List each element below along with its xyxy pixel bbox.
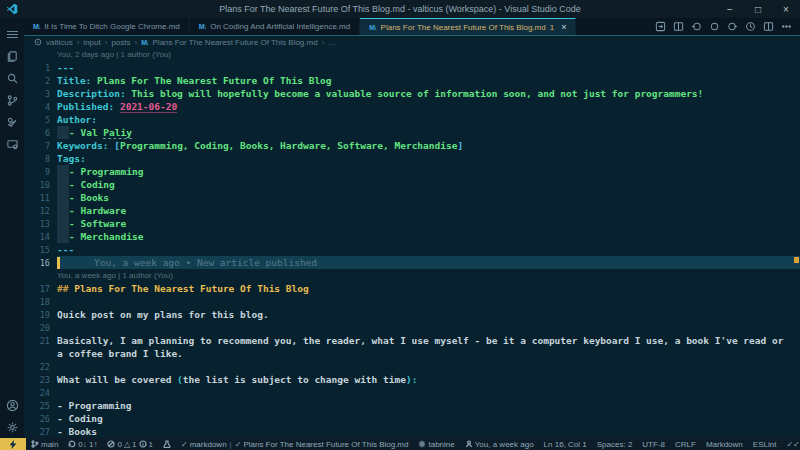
line-content[interactable] <box>57 386 800 399</box>
line-number: 5 <box>24 115 50 125</box>
line-content[interactable]: - Programming <box>57 399 800 412</box>
line-content[interactable]: Basically, I am planning to recommend yo… <box>57 334 800 347</box>
tab-close-icon[interactable]: × <box>561 22 566 32</box>
breadcrumb: valticus › input › posts › M↓ Plans For … <box>24 36 800 48</box>
line-content[interactable]: Keywords: [Programming, Coding, Books, H… <box>57 139 800 152</box>
more-actions-icon[interactable] <box>781 21 792 32</box>
line-content[interactable]: ## Plans For The Nearest Future Of This … <box>57 282 800 295</box>
search-icon[interactable] <box>2 67 22 89</box>
line-content[interactable]: Tags: <box>57 152 800 165</box>
line-content[interactable] <box>57 321 800 334</box>
beaker-icon-status[interactable] <box>158 438 176 450</box>
chevron-right-icon: › <box>135 38 138 47</box>
open-preview-icon[interactable] <box>673 21 684 32</box>
line-content[interactable]: --- <box>57 243 800 256</box>
code-token: This blog will hopefully become a valuab… <box>126 88 704 99</box>
editor-actions <box>655 18 800 35</box>
line-number: 23 <box>24 375 50 385</box>
tab-on-coding-and-artificial-intelligence[interactable]: M↓ On Coding And Artificial Intelligence… <box>190 18 360 35</box>
remote-indicator[interactable] <box>0 438 26 450</box>
indentation-status[interactable]: Spaces: 2 <box>592 438 638 450</box>
line-content[interactable]: - Books <box>57 191 800 204</box>
git-sync-status[interactable]: 0↓ 1↑ <box>63 438 102 450</box>
breadcrumb-item-folder[interactable]: posts <box>111 38 130 47</box>
account-icon[interactable] <box>2 394 22 416</box>
maximize-button[interactable]: □ <box>744 0 772 18</box>
codelens-annotation[interactable]: You, 2 days ago | 1 author (You) <box>24 48 800 61</box>
previous-change-icon[interactable] <box>691 21 702 32</box>
line-content[interactable]: - Merchandise <box>57 230 800 243</box>
eol-status[interactable]: CRLF <box>670 438 701 450</box>
split-editor-icon[interactable] <box>763 21 774 32</box>
line-content[interactable]: --- <box>57 61 800 74</box>
line-number: 2 <box>24 76 50 86</box>
minimize-button[interactable]: − <box>716 0 744 18</box>
problems-status[interactable]: 0 △ 1 1 <box>102 438 158 450</box>
settings-gear-icon[interactable] <box>2 416 22 438</box>
sync-icon <box>68 440 76 448</box>
line-content[interactable]: - Val Paliy <box>57 126 800 139</box>
tab-bar: M↓ It Is Time To Ditch Google Chrome.md … <box>24 18 800 36</box>
cursor-position-status[interactable]: Ln 16, Col 1 <box>539 438 592 450</box>
line-content[interactable] <box>57 360 800 373</box>
code-token: a coffee brand I like. <box>57 348 183 359</box>
encoding-status[interactable]: UTF-8 <box>637 438 670 450</box>
language-mode-status[interactable]: Markdown <box>701 438 748 450</box>
line-content[interactable]: - Software <box>57 217 800 230</box>
menu-icon[interactable] <box>2 23 22 45</box>
breadcrumb-item-symbol[interactable]: … <box>328 38 336 47</box>
code-token: - Programming <box>57 400 131 411</box>
code-token: ## <box>57 283 74 294</box>
source-control-icon[interactable] <box>2 89 22 111</box>
editor-pane[interactable]: You, 2 days ago | 1 author (You)1---2Tit… <box>24 48 800 438</box>
markdownlint-status[interactable]: ✓ markdown | ✓ Plans For The Nearest Fut… <box>176 438 414 450</box>
code-token: Author: <box>57 114 97 125</box>
breadcrumb-item-file[interactable]: Plans For The Nearest Future Of This Blo… <box>153 38 318 47</box>
line-content[interactable]: Title: Plans For The Nearest Future Of T… <box>57 74 800 87</box>
line-content[interactable]: - Coding <box>57 178 800 191</box>
line-content[interactable]: Quick post on my plans for this blog. <box>57 308 800 321</box>
breadcrumb-item-folder[interactable]: input <box>83 38 100 47</box>
breadcrumb-item-workspace[interactable]: valticus <box>46 38 73 47</box>
line-content[interactable]: a coffee brand I like. <box>57 347 800 360</box>
remote-explorer-icon[interactable] <box>2 133 22 155</box>
tab-label: Plans For The Nearest Future Of This Blo… <box>381 23 546 32</box>
tabnine-status[interactable]: tabnine <box>413 438 459 450</box>
prettier-status[interactable]: ✓✓ Prettier <box>781 438 800 450</box>
line-content[interactable]: - Programming <box>57 165 800 178</box>
next-change-icon[interactable] <box>727 21 738 32</box>
indent-guide <box>57 230 69 243</box>
overview-ruler-cursor-mark <box>794 257 799 263</box>
line-content[interactable]: Author: <box>57 113 800 126</box>
codelens-annotation[interactable]: You, a week ago | 1 author (You) <box>24 269 800 282</box>
indent-guide <box>57 191 69 204</box>
line-content[interactable]: - Hardware <box>57 204 800 217</box>
line-content[interactable]: Published: 2021-06-20 <box>57 100 800 113</box>
gitlens-blame-status[interactable]: You, a week ago <box>460 438 539 450</box>
line-content[interactable] <box>57 295 800 308</box>
code-token: - Programming <box>69 166 143 177</box>
eslint-status[interactable]: ESLint <box>748 438 782 450</box>
line-content[interactable]: Description: This blog will hopefully be… <box>57 87 800 100</box>
open-changes-icon[interactable] <box>655 21 666 32</box>
line-content[interactable]: - Coding <box>57 412 800 425</box>
line-content[interactable]: - Books <box>57 425 800 438</box>
file-history-icon[interactable] <box>745 21 756 32</box>
explorer-icon[interactable] <box>2 45 22 67</box>
line-number: 18 <box>24 297 50 307</box>
double-check-icon: ✓✓ <box>786 440 799 449</box>
tab-plans-for-the-nearest-future-active[interactable]: M↓ Plans For The Nearest Future Of This … <box>360 18 576 35</box>
code-token: Quick post on my plans for this blog. <box>57 309 269 320</box>
line-content[interactable]: You, a week ago • New article published <box>57 256 800 269</box>
indent-guide <box>57 126 69 139</box>
editor-line: 9- Programming <box>24 165 800 178</box>
run-debug-icon[interactable] <box>2 111 22 133</box>
blame-annotation-icon[interactable] <box>709 21 720 32</box>
tab-it-is-time-to-ditch-google-chrome[interactable]: M↓ It Is Time To Ditch Google Chrome.md <box>24 18 190 35</box>
git-branch-status[interactable]: main <box>26 438 63 450</box>
line-number: 27 <box>24 427 50 437</box>
code-token: the list is subject to change with time <box>183 374 406 385</box>
line-content[interactable]: What will be covered (the list is subjec… <box>57 373 800 386</box>
close-button[interactable]: × <box>772 0 800 18</box>
editor-line: 8Tags: <box>24 152 800 165</box>
